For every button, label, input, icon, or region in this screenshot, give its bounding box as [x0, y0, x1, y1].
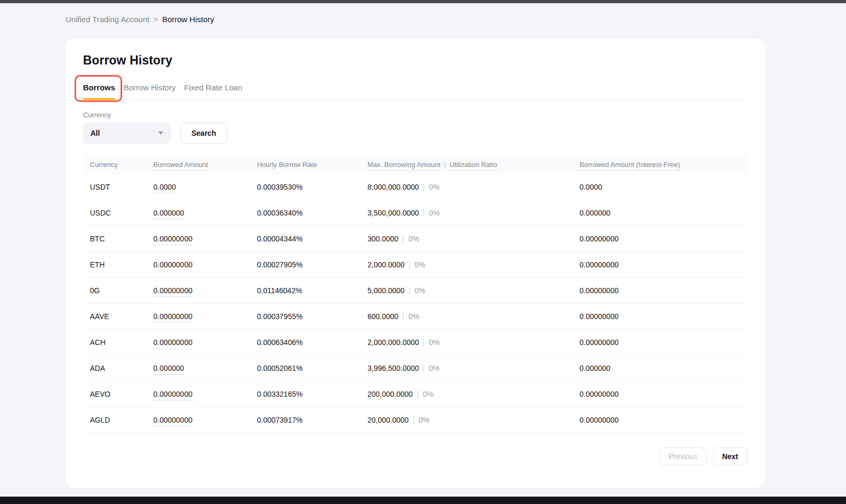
hourly-borrow-rate-value: 0.00037955% — [257, 312, 302, 321]
borrowed-amount-value[interactable]: 0.00000000 — [153, 286, 192, 297]
pagination: Previous Next — [83, 447, 747, 465]
interest-free-amount-value: 0.00000000 — [580, 338, 619, 347]
max-borrowing-amount-value: 2,000.0000 — [367, 260, 404, 269]
value-divider — [413, 416, 414, 424]
currency-cell: ETH — [90, 260, 105, 269]
utilization-ratio-value: 0% — [429, 209, 439, 217]
utilization-ratio-value: 0% — [423, 390, 434, 398]
max-borrowing-amount-value: 8,000,000.0000 — [367, 183, 419, 191]
currency-cell: 0G — [90, 286, 100, 295]
max-borrowing-cell: 3,500,000.00000% — [367, 209, 580, 217]
tab-borrows[interactable]: Borrows — [83, 81, 115, 99]
search-button[interactable]: Search — [180, 123, 227, 144]
currency-cell: AEVO — [90, 390, 111, 398]
value-divider — [409, 261, 410, 269]
value-divider — [424, 339, 424, 347]
hourly-borrow-rate-value: 0.00004344% — [257, 235, 302, 243]
table-row: USDC0.0000000.00036340%3,500,000.00000%0… — [83, 200, 747, 226]
max-borrowing-cell: 2,000,000.00000% — [367, 338, 580, 347]
borrowed-amount-value[interactable]: 0.00000000 — [153, 260, 192, 271]
tab-bar: Borrows Borrow History Fixed Rate Loan — [83, 81, 747, 100]
currency-select[interactable]: All — [83, 123, 171, 144]
hourly-borrow-rate-value: 0.00036340% — [257, 209, 302, 217]
max-borrowing-cell: 300.00000% — [367, 235, 580, 243]
borrowed-amount-value[interactable]: 0.000000 — [153, 209, 184, 219]
interest-free-amount-value: 0.00000000 — [580, 390, 619, 398]
header-divider — [445, 161, 445, 168]
column-header-max-borrowing[interactable]: Max. Borrowing AmountUtilization Ratio — [367, 161, 580, 169]
max-borrowing-cell: 5,000.00000% — [367, 286, 580, 295]
table-row: USDT0.00000.00039530%8,000,000.00000%0.0… — [83, 174, 747, 200]
utilization-ratio-value: 0% — [415, 260, 425, 269]
borrowed-amount-value[interactable]: 0.00000000 — [153, 338, 192, 349]
utilization-ratio-value: 0% — [415, 286, 425, 295]
interest-free-amount-value: 0.000000 — [580, 209, 610, 217]
max-borrowing-cell: 20,000.00000% — [367, 416, 580, 424]
borrowed-amount-value[interactable]: 0.000000 — [153, 364, 184, 375]
column-header-currency: Currency — [90, 161, 153, 169]
utilization-ratio-value: 0% — [429, 183, 439, 191]
currency-filter-label: Currency — [83, 111, 747, 119]
table-row: ADA0.0000000.00052061%3,996,500.00000%0.… — [83, 356, 747, 381]
interest-free-amount-value: 0.00000000 — [580, 312, 619, 321]
chevron-down-icon — [158, 132, 163, 135]
table-row: ACH0.000000000.00063406%2,000,000.00000%… — [83, 330, 747, 356]
borrowed-amount-value[interactable]: 0.00000000 — [153, 312, 192, 323]
max-borrowing-amount-value: 2,000,000.0000 — [367, 338, 419, 347]
hourly-borrow-rate-value: 0.00052061% — [257, 364, 302, 372]
breadcrumb-separator-icon: > — [153, 15, 158, 24]
borrowed-amount-value[interactable]: 0.00000000 — [153, 416, 192, 426]
tab-borrows-label: Borrows — [83, 83, 115, 92]
interest-free-amount-value: 0.0000 — [580, 183, 602, 191]
currency-cell: AAVE — [90, 312, 109, 321]
column-header-interest-free[interactable]: Borrowed Amount (Interest-Free) — [580, 161, 747, 169]
active-tab-underline — [83, 98, 115, 100]
tab-borrow-history[interactable]: Borrow History — [124, 81, 176, 99]
bottom-window-bar — [0, 497, 846, 504]
borrowed-amount-value[interactable]: 0.0000 — [153, 183, 176, 193]
previous-page-button[interactable]: Previous — [659, 447, 706, 465]
currency-select-value: All — [90, 129, 100, 137]
hourly-borrow-rate-value: 0.00063406% — [257, 338, 302, 347]
max-borrowing-cell: 8,000,000.00000% — [367, 183, 580, 191]
max-borrowing-amount-value: 5,000.0000 — [367, 286, 404, 295]
breadcrumb-current: Borrow History — [162, 15, 214, 24]
tab-fixed-rate-loan[interactable]: Fixed Rate Loan — [184, 81, 242, 99]
page-title: Borrow History — [83, 52, 747, 68]
currency-cell: ADA — [90, 364, 105, 372]
interest-free-amount-value: 0.00000000 — [580, 286, 619, 295]
table-body: USDT0.00000.00039530%8,000,000.00000%0.0… — [83, 174, 747, 433]
value-divider — [409, 287, 410, 295]
interest-free-amount-value: 0.00000000 — [580, 260, 619, 269]
tab-borrow-history-label: Borrow History — [124, 83, 176, 92]
breadcrumb-parent-link[interactable]: Unified Trading Account — [66, 15, 149, 24]
max-borrowing-cell: 2,000.00000% — [367, 260, 580, 269]
value-divider — [424, 209, 424, 217]
borrowed-amount-value[interactable]: 0.00000000 — [153, 235, 192, 245]
max-borrowing-cell: 600.00000% — [367, 312, 580, 321]
breadcrumb: Unified Trading Account > Borrow History — [0, 3, 846, 24]
hourly-borrow-rate-value: 0.01146042% — [257, 286, 302, 295]
table-row: AGLD0.000000000.00073917%20,000.00000%0.… — [83, 407, 747, 433]
table-row: ETH0.000000000.00027905%2,000.00000%0.00… — [83, 252, 747, 278]
hourly-borrow-rate-value: 0.00332165% — [257, 390, 302, 398]
borrowed-amount-value[interactable]: 0.00000000 — [153, 390, 192, 400]
borrows-table: Currency Borrowed Amount Hourly Borrow R… — [83, 154, 747, 433]
currency-cell: USDT — [90, 183, 110, 191]
hourly-borrow-rate-value: 0.00039530% — [257, 183, 302, 191]
currency-cell: AGLD — [90, 416, 110, 424]
column-header-borrowed-amount[interactable]: Borrowed Amount — [153, 161, 257, 169]
utilization-ratio-value: 0% — [408, 312, 419, 321]
table-row: BTC0.000000000.00004344%300.00000%0.0000… — [83, 226, 747, 252]
next-page-button[interactable]: Next — [713, 447, 747, 465]
table-row: 0G0.000000000.01146042%5,000.00000%0.000… — [83, 278, 747, 304]
max-borrowing-amount-value: 200,000.0000 — [367, 390, 413, 398]
tab-fixed-rate-loan-label: Fixed Rate Loan — [184, 83, 242, 92]
currency-cell: USDC — [90, 209, 111, 217]
currency-cell: ACH — [90, 338, 106, 347]
interest-free-amount-value: 0.00000000 — [580, 235, 619, 243]
max-borrowing-amount-value: 3,996,500.0000 — [367, 364, 419, 372]
max-borrowing-cell: 3,996,500.00000% — [367, 364, 580, 372]
value-divider — [424, 183, 424, 191]
utilization-ratio-value: 0% — [429, 338, 439, 347]
